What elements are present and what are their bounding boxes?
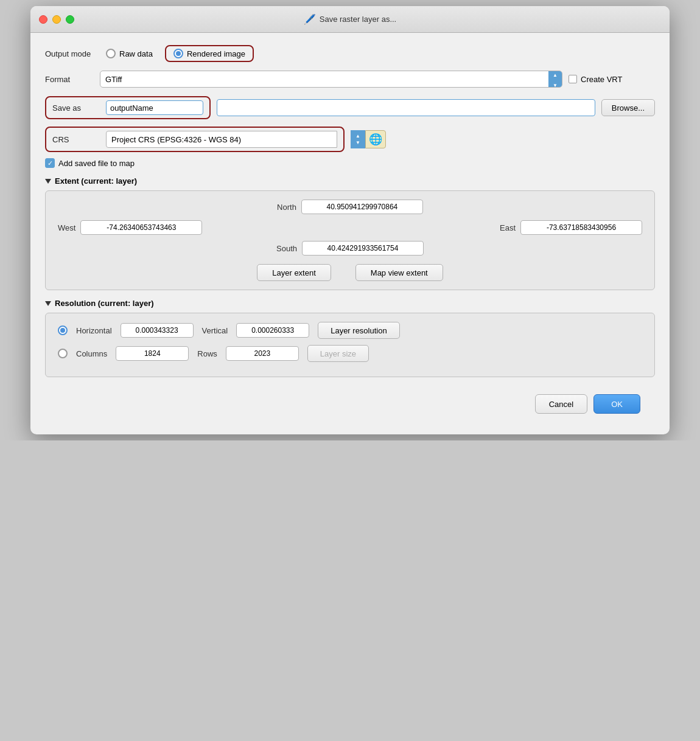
columns-radio[interactable] <box>58 349 68 358</box>
output-mode-label: Output mode <box>45 49 94 58</box>
add-file-label: Add saved file to map <box>58 159 135 168</box>
resolution-collapse-triangle[interactable] <box>45 301 51 306</box>
crs-label: CRS <box>52 135 101 144</box>
columns-row: Columns Rows Layer size <box>58 345 642 362</box>
rendered-image-box: Rendered image <box>165 45 254 62</box>
output-mode-row: Output mode Raw data Rendered image <box>45 45 655 62</box>
extent-panel: North West East South Lay <box>45 190 655 290</box>
create-vrt-label: Create VRT <box>581 75 622 84</box>
save-as-input[interactable] <box>106 100 203 115</box>
close-button[interactable] <box>39 15 47 24</box>
format-label: Format <box>45 75 94 84</box>
titlebar: 🖊️ Save raster layer as... <box>30 6 670 33</box>
extent-section-header: Extent (current: layer) <box>45 176 655 186</box>
extent-section-label: Extent (current: layer) <box>55 176 137 186</box>
south-label: South <box>276 244 297 253</box>
save-as-label: Save as <box>52 103 101 113</box>
footer: Cancel OK <box>45 386 655 422</box>
minimize-button[interactable] <box>52 15 61 24</box>
add-file-row: ✓ Add saved file to map <box>45 158 655 168</box>
save-as-box: Save as <box>45 96 211 119</box>
window-title: 🖊️ Save raster layer as... <box>304 13 396 25</box>
horizontal-row: Horizontal Vertical Layer resolution <box>58 322 642 339</box>
vertical-input[interactable] <box>236 323 309 338</box>
crs-box: CRS <box>45 127 345 152</box>
rows-label: Rows <box>197 349 217 358</box>
west-input[interactable] <box>80 220 202 235</box>
east-label: East <box>500 223 516 232</box>
raw-data-option[interactable]: Raw data <box>106 49 153 58</box>
rows-input[interactable] <box>226 346 299 361</box>
format-down-arrow <box>553 80 558 88</box>
north-input[interactable] <box>301 200 423 214</box>
create-vrt-checkbox[interactable] <box>569 75 577 83</box>
format-select[interactable]: GTiff <box>100 71 562 88</box>
crs-input[interactable] <box>106 131 337 148</box>
dialog-window: 🖊️ Save raster layer as... Output mode R… <box>30 6 670 434</box>
west-label: West <box>58 223 75 232</box>
save-as-row: Save as Browse... <box>45 96 655 119</box>
crs-globe-button[interactable]: 🌐 <box>365 130 386 148</box>
north-label: North <box>277 203 296 212</box>
east-input[interactable] <box>520 220 642 235</box>
layer-resolution-button[interactable]: Layer resolution <box>318 322 400 339</box>
title-icon: 🖊️ <box>304 13 316 25</box>
columns-input[interactable] <box>116 346 189 361</box>
add-file-checkbox[interactable]: ✓ <box>45 158 55 168</box>
traffic-lights <box>39 15 74 24</box>
resolution-section-label: Resolution (current: layer) <box>55 299 154 308</box>
dialog-content: Output mode Raw data Rendered image Form… <box>30 33 670 434</box>
maximize-button[interactable] <box>66 15 74 24</box>
rendered-image-radio[interactable] <box>173 49 183 58</box>
columns-label: Columns <box>76 349 107 358</box>
raw-data-label: Raw data <box>119 49 153 58</box>
ok-button[interactable]: OK <box>593 394 640 414</box>
vertical-label: Vertical <box>202 326 228 335</box>
crs-down-arrow: ▼ <box>355 140 360 145</box>
map-view-extent-button[interactable]: Map view extent <box>355 264 443 281</box>
crs-up-arrow: ▲ <box>355 133 360 139</box>
horizontal-radio[interactable] <box>58 325 68 335</box>
format-value: GTiff <box>100 75 548 84</box>
rendered-image-option[interactable]: Rendered image <box>173 49 245 58</box>
layer-size-button[interactable]: Layer size <box>307 345 369 362</box>
raw-data-radio[interactable] <box>106 49 116 58</box>
format-row: Format GTiff Create VRT <box>45 71 655 88</box>
crs-stepper-button[interactable]: ▲ ▼ <box>351 130 365 148</box>
create-vrt-option[interactable]: Create VRT <box>569 75 622 84</box>
south-input[interactable] <box>302 241 424 256</box>
cancel-button[interactable]: Cancel <box>535 394 587 414</box>
horizontal-label: Horizontal <box>76 326 112 335</box>
crs-row: CRS ▲ ▼ 🌐 <box>45 127 655 152</box>
save-as-path-input[interactable] <box>217 99 595 116</box>
horizontal-input[interactable] <box>121 323 194 338</box>
format-stepper[interactable] <box>548 71 562 88</box>
rendered-image-label: Rendered image <box>187 49 245 58</box>
crs-controls: ▲ ▼ 🌐 <box>351 130 386 148</box>
resolution-panel: Horizontal Vertical Layer resolution Col… <box>45 313 655 377</box>
resolution-section-header: Resolution (current: layer) <box>45 299 655 308</box>
browse-button[interactable]: Browse... <box>601 99 655 116</box>
format-up-arrow <box>553 71 558 78</box>
layer-extent-button[interactable]: Layer extent <box>257 264 331 281</box>
title-text: Save raster layer as... <box>320 15 396 24</box>
extent-collapse-triangle[interactable] <box>45 179 51 184</box>
